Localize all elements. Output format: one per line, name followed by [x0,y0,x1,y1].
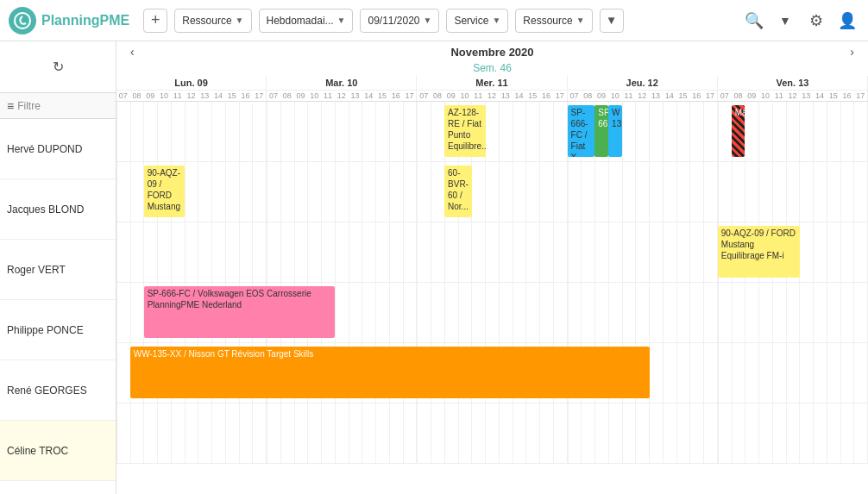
event-block[interactable]: 90-AQZ-09 / FORD Mustang [144,166,186,217]
hour-line [444,283,445,342]
hour-line [471,283,472,342]
view-dropdown[interactable]: Hebdomadai... ▼ [259,9,354,33]
hour-line [485,283,486,342]
hour-line [294,162,295,222]
resource-dropdown[interactable]: Ressource ▼ [174,9,251,33]
event-block[interactable]: 60-BVR-60 / Nor... [444,166,472,217]
logo-text: PlanningPME [41,13,129,28]
event-block[interactable]: WW-135-XX / Nisson GT Révision Target Sk… [130,347,650,398]
refresh-button[interactable]: ↻ [53,59,64,75]
hour-line [198,222,198,282]
hour-line [786,343,787,403]
hour-line [525,403,526,463]
event-block[interactable]: SP-666-FC / Volkswagen EOS Carrosserie P… [144,286,336,338]
toolbar-right: 🔍 ▼ ⚙ 👤 [742,9,859,33]
day-segment [568,222,718,282]
resource2-dropdown[interactable]: Ressource ▼ [515,9,592,33]
filter-button[interactable]: ▼ [600,9,624,33]
hour-line [485,403,486,463]
hour-tick: 10 [157,91,171,100]
settings-button[interactable]: ⚙ [804,9,828,33]
hour-line [525,283,526,342]
hour-tick: 09 [144,91,158,100]
hour-line [539,162,540,222]
hour-line [689,102,690,161]
hour-line [349,403,349,463]
hour-line [157,403,158,463]
hour-line [252,102,253,161]
hour-tick: 07 [267,91,280,100]
refresh-icon: ↻ [53,59,64,74]
hour-line [431,102,431,161]
hour-line [758,403,759,463]
hour-line [649,222,650,282]
hour-tick: 09 [745,91,758,100]
hour-line [499,162,500,222]
hour-line [608,222,609,282]
search-button[interactable]: 🔍 [742,9,766,33]
add-button[interactable]: + [143,9,167,33]
event-block[interactable]: W 13..X [608,105,622,157]
hour-line [676,222,677,282]
hour-line [649,283,650,342]
day-name: Lun. 09 [116,76,266,91]
hour-line [799,343,800,403]
hour-line [252,403,253,463]
days-header: Lun. 090708091011121314151617Mar. 100708… [116,76,868,102]
hour-line [827,222,827,282]
hour-line [553,162,554,222]
hour-line [568,162,569,222]
event-block[interactable]: SP 66... [594,105,608,157]
hour-line [157,102,158,161]
hour-line [225,222,226,282]
day-header-col: Jeu. 120708091011121314151617 [568,76,718,101]
user-button[interactable]: 👤 [835,9,859,33]
hour-line [307,102,308,161]
day-segment [267,162,417,222]
hour-line [362,222,362,282]
funnel-button[interactable]: ▼ [773,9,797,33]
hour-line [211,403,212,463]
filter-label[interactable]: Filtre [17,100,41,112]
service-dropdown[interactable]: Service ▼ [446,9,508,33]
hour-line [813,102,814,161]
hour-line [294,222,295,282]
hour-line [745,283,745,342]
hour-line [130,403,131,463]
chevron-down-icon: ▼ [492,16,500,25]
hour-line [321,222,322,282]
hour-line [853,283,854,342]
hour-line [431,283,431,342]
hour-line [718,102,719,161]
prev-month-button[interactable]: ‹ [130,45,135,59]
event-block[interactable]: 90-AQZ-09 / FORD Mustang Equilibrage FM-… [718,226,800,278]
hour-line [649,102,650,161]
hour-line [225,102,226,161]
hour-line [185,102,186,161]
event-block[interactable]: Mata... [732,105,745,157]
hour-line [581,403,582,463]
hour-line [335,403,336,463]
next-month-button[interactable]: › [850,45,854,59]
hour-line [499,222,500,282]
hour-tick: 14 [362,91,375,100]
hour-tick: 12 [635,91,649,100]
day-segment [718,343,868,403]
logo: PlanningPME [9,7,129,34]
hour-line [786,102,787,161]
hour-line [539,403,540,463]
hour-line [294,102,295,161]
hour-tick: 08 [431,91,444,100]
sidebar-header: ↻ [0,41,116,93]
hour-tick: 14 [513,91,526,100]
date-dropdown[interactable]: 09/11/2020 ▼ [360,9,439,33]
day-segment [116,102,267,161]
hour-line [513,403,513,463]
hour-line [307,162,308,222]
event-block[interactable]: AZ-128-RE / Fiat Punto Equilibre... [444,105,486,157]
hour-line [786,403,787,463]
hour-line [307,222,308,282]
hour-line [375,102,376,161]
event-block[interactable]: SP-666-FC / Fiat X... [568,105,595,157]
hour-line [280,403,281,463]
